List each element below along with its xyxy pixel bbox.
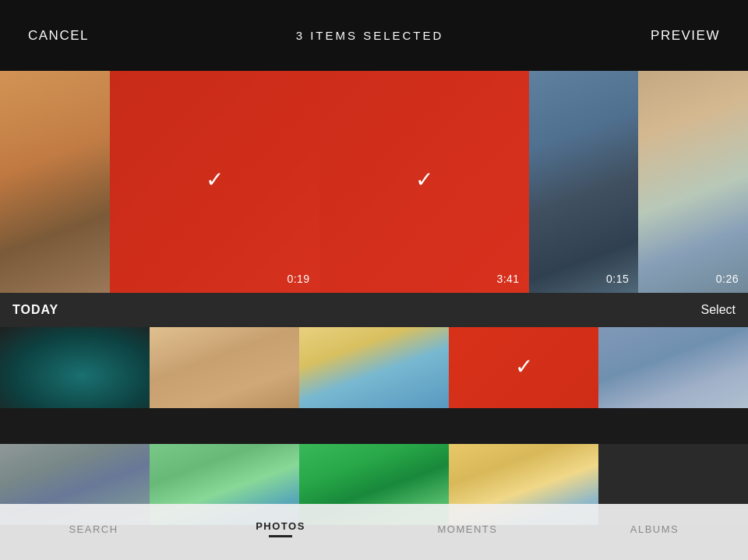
tab-active-indicator [269,535,292,537]
video-cell-carnival[interactable]: ✓ 3:41 [319,71,529,293]
photo-cell-hat-girl[interactable] [299,327,449,408]
video-cell-beach-women[interactable]: 0:26 [638,71,748,293]
tab-search[interactable]: SEARCH [0,523,187,541]
tab-moments-label: MOMENTS [438,523,498,535]
video-duration-guitarist: 0:15 [606,273,629,285]
tab-bar: SEARCH PHOTOS MOMENTS ALBUMS [0,504,748,560]
photo-cell-sunglasses-girl[interactable] [598,327,748,408]
preview-button[interactable]: PREVIEW [651,28,720,44]
video-duration-beach-women: 0:26 [716,273,739,285]
photo-cell-colorful-street[interactable]: ✓ [449,327,598,408]
section-label: TODAY [12,303,58,317]
video-cell-guitarist[interactable]: 0:15 [529,71,639,293]
check-icon: ✓ [515,354,533,379]
photo-cell-car[interactable] [0,327,150,408]
tab-moments[interactable]: MOMENTS [374,523,561,541]
selection-title: 3 ITEMS SELECTED [296,29,444,42]
video-row: ✓ 0:19 ✓ 3:41 0:15 0:26 [0,71,748,293]
tab-photos-label: PHOTOS [256,520,305,532]
tab-search-label: SEARCH [69,523,118,535]
video-cell-couple-beach[interactable] [0,71,110,293]
tab-photos[interactable]: PHOTOS [187,520,374,544]
video-duration-carnival: 3:41 [496,273,519,285]
photo-cell-friends[interactable] [150,327,299,408]
section-header: TODAY Select [0,293,748,327]
video-cell-soccer[interactable]: ✓ 0:19 [110,71,319,293]
select-button[interactable]: Select [701,303,736,317]
check-icon: ✓ [415,167,433,192]
tab-albums-label: ALBUMS [630,523,679,535]
tab-albums[interactable]: ALBUMS [561,523,748,541]
cancel-button[interactable]: CANCEL [28,28,89,44]
content-area: ✓ 0:19 ✓ 3:41 0:15 0:26 TODAY Select [0,71,748,560]
check-icon: ✓ [206,167,224,192]
top-bar: CANCEL 3 ITEMS SELECTED PREVIEW [0,0,748,71]
video-duration-soccer: 0:19 [287,273,309,285]
